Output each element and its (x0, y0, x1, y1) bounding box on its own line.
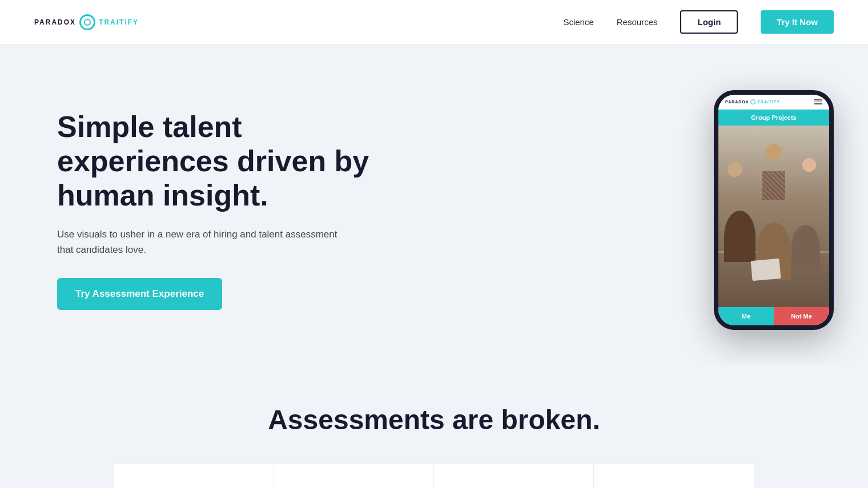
phone-notme-button[interactable]: Not Me (774, 307, 829, 325)
broken-section: Assessments are broken. Low (0, 364, 868, 488)
card-unintuitive: Unintuitive Forcing applicants to take a (274, 464, 434, 488)
try-it-now-button[interactable]: Try It Now (761, 10, 834, 34)
try-assessment-button[interactable]: Try Assessment Experience (57, 278, 222, 310)
phone-brand: PARADOX (725, 100, 749, 104)
nav-link-resources[interactable]: Resources (617, 17, 658, 27)
person-right-head (802, 158, 816, 172)
logo-icon (79, 14, 95, 30)
paper (751, 259, 781, 281)
logo: PARADOX TRAITIFY (34, 14, 139, 30)
person-left-head (728, 162, 742, 177)
phone-image-area (718, 126, 829, 307)
brand-traitify: TRAITIFY (99, 18, 139, 26)
phone-bottom-btns: Me Not Me (718, 307, 829, 325)
phone-brand2: TRAITIFY (757, 100, 780, 104)
person-left (724, 211, 756, 262)
person-center-head (766, 144, 782, 160)
card-inaccessible: Inaccessible Not every job seeker has a (434, 464, 594, 488)
hero-subtext: Use visuals to usher in a new era of hir… (57, 227, 343, 257)
login-button[interactable]: Login (680, 10, 738, 34)
phone-topbar: PARADOX TRAITIFY (718, 95, 829, 110)
navbar: PARADOX TRAITIFY Science Resources Login… (0, 0, 868, 45)
hero-section: Simple talent experiences driven by huma… (0, 45, 868, 364)
cards-row: Low and Slow Only 30% complete Unintuiti… (34, 464, 834, 488)
broken-title: Assessments are broken. (34, 404, 834, 435)
phone-screen: PARADOX TRAITIFY Group Projects (718, 95, 829, 325)
brand-paradox: PARADOX (34, 18, 76, 26)
hero-headline: Simple talent experiences driven by huma… (57, 110, 377, 212)
phone-menu-icon (814, 99, 822, 104)
phone-green-bar: Group Projects (718, 110, 829, 126)
nav-links: Science Resources Login Try It Now (563, 10, 834, 34)
phone-logo-circle (750, 99, 756, 104)
phone-me-button[interactable]: Me (718, 307, 774, 325)
phone-frame: PARADOX TRAITIFY Group Projects (714, 90, 834, 330)
person-right (791, 225, 820, 271)
card-low-slow: Low and Slow Only 30% complete (114, 464, 274, 488)
card-one-sided: One-sided Assessments are used for (594, 464, 754, 488)
phone-mockup: PARADOX TRAITIFY Group Projects (714, 90, 834, 330)
hero-content: Simple talent experiences driven by huma… (57, 110, 377, 310)
nav-link-science[interactable]: Science (563, 17, 593, 27)
